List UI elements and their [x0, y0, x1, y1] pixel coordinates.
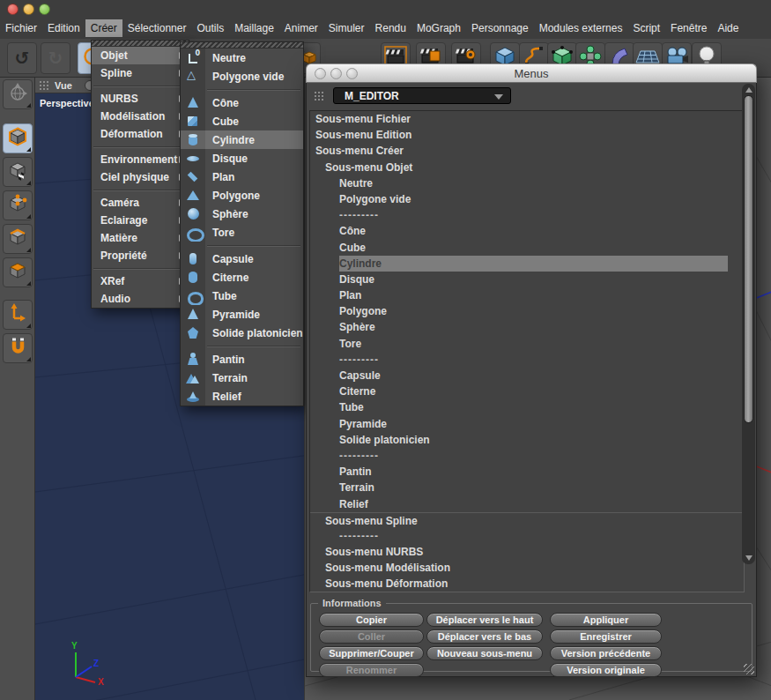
list-scrollbar[interactable] — [742, 84, 755, 564]
deplacer-vers-le-haut-button[interactable]: Déplacer vers le haut — [426, 613, 543, 627]
coller-button[interactable]: Coller — [319, 629, 424, 644]
menu-set-dropdown[interactable]: M_EDITOR — [333, 87, 511, 104]
objet-menu-item-tore[interactable]: Tore — [181, 223, 303, 242]
objet-menu-item-capsule[interactable]: Capsule — [181, 249, 303, 268]
menubar-item-script[interactable]: Script — [627, 19, 665, 37]
world-mode-button[interactable] — [3, 79, 33, 109]
objet-menu-item-solide-platonicien[interactable]: Solide platonicien — [181, 324, 303, 342]
menubar-item-mograph[interactable]: MoGraph — [411, 19, 466, 37]
menu-list-row-pantin[interactable]: Pantin — [310, 464, 744, 480]
objet-menu-item-relief[interactable]: Relief — [181, 387, 303, 406]
menu-list-row-sous-menu-spline[interactable]: Sous-menu Spline — [310, 512, 744, 528]
menus-window-titlebar[interactable]: Menus — [306, 63, 757, 83]
menubar-item-creer[interactable]: Créer — [85, 19, 122, 37]
objet-menu-item-cube[interactable]: Cube — [181, 112, 303, 130]
close-window-button[interactable] — [7, 4, 19, 15]
menu-list-row-plan[interactable]: Plan — [310, 287, 744, 303]
version-originale-button[interactable]: Version originale — [550, 663, 662, 677]
menu-list-row-relief[interactable]: Relief — [310, 496, 744, 512]
menubar-item-edition[interactable]: Edition — [42, 19, 85, 37]
objet-menu-item-pantin[interactable]: Pantin — [181, 350, 303, 369]
menubar-item-maillage[interactable]: Maillage — [229, 19, 279, 37]
creer-menu-item-ciel-physique[interactable]: Ciel physique — [92, 168, 189, 186]
objet-menu-item-tube[interactable]: Tube — [181, 287, 303, 305]
menu-list-row-sphere[interactable]: Sphère — [310, 319, 744, 335]
menubar-item-animer[interactable]: Animer — [279, 19, 323, 37]
objet-menu-item-terrain[interactable]: Terrain — [181, 369, 303, 387]
menu-list-row-sous-menu-nurbs[interactable]: Sous-menu NURBS — [310, 544, 744, 560]
objet-menu-item-disque[interactable]: Disque — [181, 149, 303, 168]
menu-list-row-sous-menu-modelisation[interactable]: Sous-menu Modélisation — [310, 560, 744, 576]
scrollbar-thumb[interactable] — [744, 95, 753, 423]
creer-menu-item-objet[interactable]: Objet — [92, 47, 189, 64]
menu-list-row-cylindre[interactable]: Cylindre — [310, 256, 744, 272]
menu-list-separator-row[interactable]: --------- — [310, 207, 744, 223]
scroll-up-icon[interactable] — [745, 87, 752, 93]
menu-list-separator-row[interactable]: --------- — [310, 448, 744, 464]
creer-menu-item-matiere[interactable]: Matière — [92, 229, 189, 247]
minimize-window-button[interactable] — [23, 4, 34, 15]
creer-menu-item-nurbs[interactable]: NURBS — [92, 90, 189, 108]
menu-list-row-sous-menu-creer[interactable]: Sous-menu Créer — [310, 143, 744, 159]
supprimer-couper-button[interactable]: Supprimer/Couper — [319, 646, 424, 660]
menu-list-row-citerne[interactable]: Citerne — [310, 384, 744, 399]
submenu-tearoff-strip[interactable] — [181, 42, 303, 48]
copier-button[interactable]: Copier — [319, 613, 424, 627]
creer-menu-item-environnement[interactable]: Environnement — [92, 151, 189, 168]
menu-list-row-neutre[interactable]: Neutre — [310, 175, 744, 191]
creer-menu-item-propriete[interactable]: Propriété — [92, 247, 189, 264]
objet-menu-item-pyramide[interactable]: Pyramide — [181, 305, 303, 324]
menu-list-row-terrain[interactable]: Terrain — [310, 480, 744, 495]
panel-grip[interactable] — [314, 91, 324, 101]
menubar-item-modules-externes[interactable]: Modules externes — [534, 19, 628, 37]
menu-list-row-sous-menu-edition[interactable]: Sous-menu Edition — [310, 127, 744, 143]
menu-list-row-disque[interactable]: Disque — [310, 272, 744, 287]
menu-list-row-pyramide[interactable]: Pyramide — [310, 416, 744, 432]
creer-menu-item-deformation[interactable]: Déformation — [92, 125, 189, 143]
menu-tearoff-strip[interactable] — [92, 41, 189, 47]
objet-menu-item-plan[interactable]: Plan — [181, 168, 303, 186]
creer-menu-item-spline[interactable]: Spline — [92, 64, 189, 82]
menubar-item-simuler[interactable]: Simuler — [323, 19, 370, 37]
nouveau-sous-menu-button[interactable]: Nouveau sous-menu — [426, 646, 543, 660]
menu-list-row-sous-menu-objet[interactable]: Sous-menu Objet — [310, 160, 744, 175]
objet-menu-item-neutre[interactable]: Neutre — [181, 48, 303, 67]
creer-menu-item-camera[interactable]: Caméra — [92, 194, 189, 212]
menu-list-row-solide-platonicien[interactable]: Solide platonicien — [310, 432, 744, 448]
window-resize-grip[interactable] — [744, 664, 754, 674]
menubar-item-outils[interactable]: Outils — [191, 19, 229, 37]
menu-list-separator-row[interactable]: --------- — [310, 352, 744, 368]
menubar-item-fenetre[interactable]: Fenêtre — [665, 19, 712, 37]
menubar-item-selectionner[interactable]: Sélectionner — [122, 19, 192, 37]
menu-list-row-tore[interactable]: Tore — [310, 336, 744, 352]
undo-button[interactable]: ↺ — [7, 42, 37, 74]
menu-list-row-tube[interactable]: Tube — [310, 399, 744, 415]
menubar-item-fichier[interactable]: Fichier — [0, 19, 42, 37]
texture-mode-button[interactable] — [3, 157, 33, 187]
creer-menu-item-xref[interactable]: XRef — [92, 272, 189, 290]
menubar-item-personnage[interactable]: Personnage — [466, 19, 534, 37]
creer-menu-item-audio[interactable]: Audio — [92, 290, 189, 308]
model-mode-button[interactable] — [3, 123, 33, 153]
panel-grip[interactable] — [39, 80, 49, 91]
deplacer-vers-le-bas-button[interactable]: Déplacer vers le bas — [426, 629, 543, 644]
objet-menu-item-polygone-vide[interactable]: Polygone vide — [181, 67, 303, 86]
polygons-mode-button[interactable] — [3, 257, 33, 287]
menu-list-row-polygone-vide[interactable]: Polygone vide — [310, 191, 744, 207]
menu-list-row-sous-menu-deformation[interactable]: Sous-menu Déformation — [310, 576, 744, 592]
menu-list-row-polygone[interactable]: Polygone — [310, 303, 744, 319]
maximize-window-button[interactable] — [39, 4, 50, 15]
menu-list-row-sous-menu-fichier[interactable]: Sous-menu Fichier — [310, 111, 744, 127]
objet-menu-item-sphere[interactable]: Sphère — [181, 205, 303, 223]
objet-menu-item-citerne[interactable]: Citerne — [181, 268, 303, 287]
snap-magnet-button[interactable] — [3, 333, 33, 363]
menu-list-row-capsule[interactable]: Capsule — [310, 368, 744, 384]
menubar-item-rendu[interactable]: Rendu — [370, 19, 411, 37]
objet-menu-item-cylindre[interactable]: Cylindre — [181, 130, 303, 149]
objet-menu-item-polygone[interactable]: Polygone — [181, 186, 303, 205]
objet-menu-item-cone[interactable]: Cône — [181, 93, 303, 112]
appliquer-button[interactable]: Appliquer — [550, 613, 662, 627]
edges-mode-button[interactable] — [3, 224, 33, 254]
menubar-item-aide[interactable]: Aide — [712, 19, 744, 37]
creer-menu-item-modelisation[interactable]: Modélisation — [92, 108, 189, 125]
